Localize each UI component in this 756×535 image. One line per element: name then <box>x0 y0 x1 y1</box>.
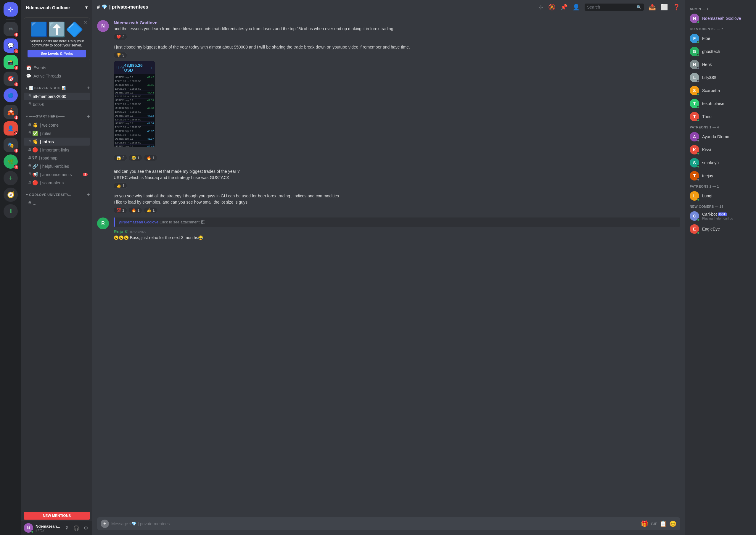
boost-button[interactable]: See Levels & Perks <box>28 50 86 57</box>
new-mentions-bar[interactable]: NEW MENTIONS <box>24 512 90 520</box>
member-item[interactable]: F Floe <box>687 32 754 45</box>
deafen-button[interactable]: 🎧 <box>72 524 80 532</box>
message-author[interactable]: Roja K <box>114 229 128 234</box>
server-icon-6[interactable]: 🎪 2 <box>4 105 18 119</box>
member-item[interactable]: T tekuh blaise <box>687 97 754 110</box>
category-server-stats[interactable]: ▸ 📊 SERVER STATS 📊 + <box>21 80 92 92</box>
reaction[interactable]: 💯 1 <box>114 207 127 213</box>
hash-tag-icon[interactable]: ⊹ <box>538 4 543 11</box>
reaction[interactable]: ❤️ 2 <box>114 34 127 40</box>
member-name: smokeyfx <box>702 160 720 165</box>
server-icon-2[interactable]: 💬 5 <box>4 39 18 53</box>
channel-roadmap[interactable]: # 🗺 | roadmap <box>24 154 90 162</box>
server-icon-7[interactable]: 👤 1 <box>4 121 18 135</box>
server-icon-add[interactable]: + <box>4 171 18 185</box>
message-header: Roja K 07/29/2022 <box>114 229 680 234</box>
search-bar[interactable]: 🔍 <box>585 4 644 11</box>
trade-screenshot[interactable]: 11:06 43,895.26 USD + USTEC buy 0.147.42… <box>114 61 155 147</box>
emoji-button[interactable]: 😊 <box>669 520 677 527</box>
reply-preview[interactable]: @Ndemazeah Godlove Click to see attachme… <box>114 217 680 227</box>
channel-bots[interactable]: # bots-6 <box>24 100 90 108</box>
member-item[interactable]: H Henk <box>687 58 754 71</box>
status-icon <box>697 93 700 96</box>
member-item[interactable]: E EagleEye <box>687 222 754 236</box>
member-item[interactable]: A Ayanda Dlomo <box>687 130 754 143</box>
boost-close-button[interactable]: ✕ <box>83 19 87 25</box>
add-channel-icon[interactable]: + <box>87 192 90 198</box>
search-input[interactable] <box>587 5 635 10</box>
members-icon[interactable]: 👤 <box>572 4 580 11</box>
channel-helpful-articles[interactable]: # 🔗 | helpful-articles <box>24 162 90 170</box>
settings-button[interactable]: ⚙ <box>82 524 90 532</box>
reaction[interactable]: 👍 1 <box>144 207 157 213</box>
member-item[interactable]: S smokeyfx <box>687 156 754 169</box>
message-avatar <box>97 193 109 205</box>
category-start-here[interactable]: ▾ ——START HERE—— + <box>21 109 92 121</box>
channel-rules[interactable]: # ✅ | rules <box>24 129 90 137</box>
member-item[interactable]: L Lilly$$$ <box>687 71 754 84</box>
server-badge-1: 6 <box>14 32 19 37</box>
channel-scam-alerts[interactable]: # 🔴 | scam-alerts <box>24 179 90 187</box>
reaction[interactable]: 🔥 1 <box>129 207 142 213</box>
reaction-count: 1 <box>153 208 155 212</box>
server-icon-8[interactable]: 🎭 5 <box>4 138 18 152</box>
member-item[interactable]: L Lungi <box>687 189 754 202</box>
inbox-icon[interactable]: 📥 <box>649 4 656 11</box>
member-item[interactable]: T teejay <box>687 169 754 182</box>
server-badge-6: 2 <box>14 115 19 120</box>
member-item[interactable]: G ghosttech <box>687 45 754 58</box>
category-godlove-university[interactable]: ▾ GODLOVE UNIVERSITY... + <box>21 187 92 199</box>
member-item[interactable]: N Ndemazeah Godlove <box>687 12 754 25</box>
member-avatar: C <box>690 211 699 221</box>
gif-button[interactable]: GIF <box>651 522 657 526</box>
channel-list: 📅 Events 💬 Active Threads ▸ 📊 SERVER STA… <box>21 64 92 511</box>
message-author[interactable]: Ndemazeah Godlove <box>114 20 158 25</box>
reaction[interactable]: 🔥 1 <box>144 155 157 161</box>
member-item[interactable]: T Theo <box>687 110 754 123</box>
server-name-bar[interactable]: Ndemazeah Godlove ▾ <box>21 0 92 15</box>
channel-announcements[interactable]: # 📢 | announcements 2 <box>24 170 90 179</box>
events-row[interactable]: 📅 Events <box>21 64 92 72</box>
message-text: 😮😮😮 Boss, just relax for the next 3 mont… <box>114 235 680 241</box>
reaction[interactable]: 👍 1 <box>114 183 127 189</box>
server-icon-5[interactable]: 🔵 <box>4 88 18 102</box>
add-attachment-button[interactable]: + <box>101 520 109 528</box>
pin-icon[interactable]: 📌 <box>560 4 568 11</box>
reaction[interactable]: 😱 2 <box>114 155 127 161</box>
message-input[interactable] <box>111 521 638 526</box>
server-icon-3[interactable]: 📸 3 <box>4 55 18 69</box>
channel-intros[interactable]: # 👋 | intros <box>24 138 90 146</box>
reaction[interactable]: 😂 1 <box>129 155 142 161</box>
channel-welcome[interactable]: # 👋 | welcome <box>24 121 90 129</box>
sticker-button[interactable]: 📋 <box>659 520 667 527</box>
reaction-count: 1 <box>122 183 124 188</box>
window-icon[interactable]: ⬜ <box>661 4 668 11</box>
category-label: ▾ ——START HERE—— <box>26 115 65 118</box>
server-icon-4[interactable]: 🎯 6 <box>4 71 18 86</box>
server-icon-discord[interactable]: ⊹ <box>4 2 18 16</box>
server-icon-9[interactable]: 🌿 3 <box>4 155 18 169</box>
channel-important-links[interactable]: # 🔴 | important-links <box>24 146 90 154</box>
trade-row: USTEC buy 0.147.42 <box>115 75 154 79</box>
member-item[interactable]: C Carl-bot BOT Playing !help | carl.gg <box>687 210 754 222</box>
server-icon-download[interactable]: ⬇ <box>4 204 18 218</box>
reaction-count: 2 <box>122 35 124 39</box>
mute-button[interactable]: 🎙 <box>63 524 71 532</box>
reaction[interactable]: 🏆 3 <box>114 52 127 58</box>
channel-private-mentees[interactable]: # ... <box>24 199 90 207</box>
gift-button[interactable]: 🎁 <box>641 520 648 527</box>
add-channel-icon[interactable]: + <box>87 113 90 120</box>
bell-icon[interactable]: 🔕 <box>548 4 556 11</box>
trade-row: 12435.80 → 12898.50 <box>115 133 154 137</box>
member-avatar: H <box>690 60 699 69</box>
member-item[interactable]: K Kissi <box>687 143 754 156</box>
server-icon-explore[interactable]: 🧭 <box>4 187 18 202</box>
server-icon-1[interactable]: 🎮 6 <box>4 22 18 36</box>
help-icon[interactable]: ❓ <box>673 4 680 11</box>
member-item[interactable]: S Scarpetta <box>687 84 754 97</box>
channel-name: | roadmap <box>39 155 88 160</box>
reply-mention[interactable]: @Ndemazeah Godlove <box>118 220 159 224</box>
active-threads-row[interactable]: 💬 Active Threads <box>21 72 92 80</box>
channel-all-members[interactable]: # all-members-2060 <box>24 93 90 100</box>
add-channel-icon[interactable]: + <box>87 85 90 91</box>
